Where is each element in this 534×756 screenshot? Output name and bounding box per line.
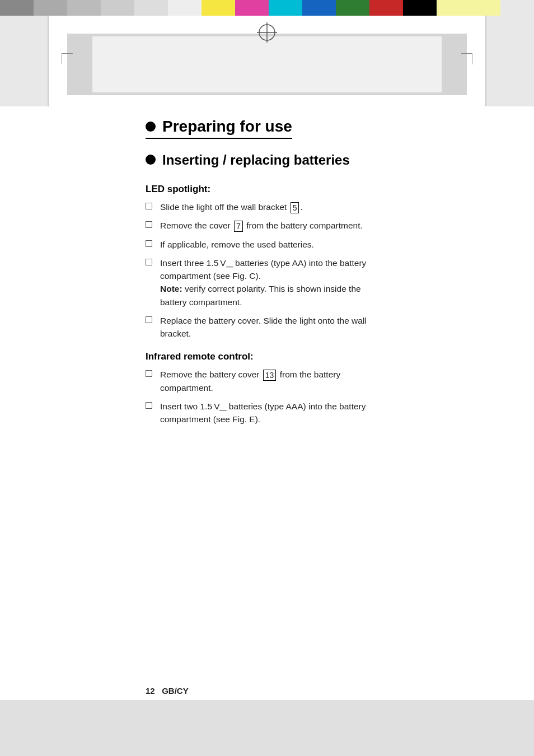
list-bullet	[146, 402, 152, 409]
list-text: Insert three 1.5 V⎯⎯ batteries (type AA)…	[160, 256, 388, 309]
main-title: Preparing for use	[146, 118, 292, 139]
bottom-area	[0, 700, 534, 756]
main-title-text: Preparing for use	[162, 118, 292, 136]
corner-mark-tl	[62, 53, 73, 64]
list-text: Insert two 1.5 V⎯⎯ batteries (type AAA) …	[160, 400, 388, 426]
header-inner-white	[92, 36, 442, 92]
list-text: Slide the light off the wall bracket 5.	[160, 200, 303, 213]
infrared-section-title: Infrared remote control:	[146, 351, 388, 362]
corner-mark-tr	[461, 53, 472, 64]
sub-title-bullet	[146, 155, 156, 165]
list-bullet	[146, 370, 152, 377]
list-bullet	[146, 221, 152, 228]
list-item: Slide the light off the wall bracket 5.	[146, 200, 388, 213]
list-text: If applicable, remove the used batteries…	[160, 238, 314, 251]
ref-7: 7	[234, 221, 243, 232]
list-text: Replace the battery cover. Slide the lig…	[160, 314, 388, 340]
list-item: If applicable, remove the used batteries…	[146, 238, 388, 251]
sub-title-text: Inserting / replacing batteries	[162, 152, 350, 168]
reg-mark-top	[257, 22, 277, 43]
main-title-bullet	[146, 122, 156, 132]
list-item: Insert two 1.5 V⎯⎯ batteries (type AAA) …	[146, 400, 388, 426]
list-bullet	[146, 203, 152, 209]
list-text: Remove the battery cover 13 from the bat…	[160, 368, 388, 394]
color-bar	[0, 0, 534, 16]
list-bullet	[146, 240, 152, 247]
page-number: 12 GB/CY	[146, 686, 189, 696]
main-content: Preparing for use Inserting / replacing …	[0, 106, 534, 700]
list-item: Remove the cover 7 from the battery comp…	[146, 219, 388, 232]
note-label: Note:	[160, 284, 182, 293]
sub-title: Inserting / replacing batteries	[146, 152, 388, 168]
led-section-title: LED spotlight:	[146, 184, 388, 195]
list-bullet	[146, 259, 152, 265]
list-item: Insert three 1.5 V⎯⎯ batteries (type AA)…	[146, 256, 388, 309]
list-text: Remove the cover 7 from the battery comp…	[160, 219, 363, 232]
list-bullet	[146, 316, 152, 323]
list-item: Replace the battery cover. Slide the lig…	[146, 314, 388, 340]
ref-13: 13	[263, 370, 277, 381]
list-item: Remove the battery cover 13 from the bat…	[146, 368, 388, 394]
ref-5: 5	[291, 202, 299, 213]
